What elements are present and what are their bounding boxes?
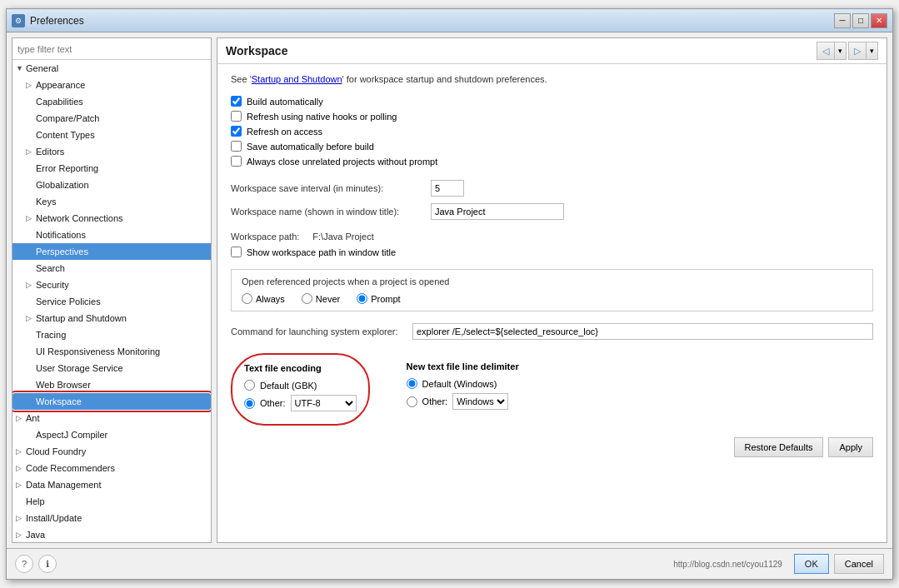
startup-shutdown-link[interactable]: Startup and Shutdown: [252, 74, 342, 84]
info-button[interactable]: ℹ: [38, 555, 57, 573]
tree-item-code-recommenders[interactable]: ▷ Code Recommenders: [12, 460, 211, 476]
checkbox-row-refresh-access[interactable]: Refresh on access: [231, 126, 873, 137]
help-icon: ?: [22, 559, 27, 569]
save-interval-input[interactable]: [431, 180, 464, 197]
tree-item-web-browser[interactable]: Web Browser: [12, 376, 211, 393]
toggle-user-storage: [26, 364, 36, 372]
refresh-native-label: Refresh using native hooks or polling: [247, 112, 397, 122]
delimiter-other-select[interactable]: Windows Unix Mac: [452, 393, 508, 410]
tree-container: ▼ General ▷ Appearance Capabilities Comp…: [12, 60, 211, 542]
radio-prompt-input[interactable]: [357, 293, 367, 304]
tree-item-ui-responsiveness[interactable]: UI Responsiveness Monitoring: [12, 343, 211, 360]
tree-item-java[interactable]: ▷ Java: [12, 526, 211, 542]
tree-item-startup[interactable]: ▷ Startup and Shutdown: [12, 310, 211, 326]
tree-item-notifications[interactable]: Notifications: [12, 227, 211, 243]
line-delimiter-box: New text file line delimiter Default (Wi…: [395, 353, 531, 422]
tree-item-error-reporting[interactable]: Error Reporting: [12, 160, 211, 177]
checkbox-row-refresh-native[interactable]: Refresh using native hooks or polling: [231, 111, 873, 122]
window-title: Preferences: [30, 15, 834, 27]
checkbox-row-save-auto[interactable]: Save automatically before build: [231, 141, 873, 152]
bottom-right: http://blog.csdn.net/cyou1129 OK Cancel: [673, 554, 884, 574]
delimiter-title: New text file line delimiter: [407, 361, 519, 371]
delimiter-other-row[interactable]: Other: Windows Unix Mac: [407, 393, 519, 410]
tree-item-tracing[interactable]: Tracing: [12, 326, 211, 343]
tree-item-service-policies[interactable]: Service Policies: [12, 293, 211, 310]
bottom-bar: ? ℹ http://blog.csdn.net/cyou1129 OK Can…: [7, 548, 892, 579]
filter-input[interactable]: [12, 38, 211, 60]
minimize-button[interactable]: ─: [834, 13, 851, 28]
save-interval-row: Workspace save interval (in minutes):: [231, 180, 873, 197]
open-referenced-section: Open referenced projects when a project …: [231, 269, 873, 311]
build-auto-checkbox[interactable]: [231, 96, 242, 107]
back-dropdown-icon[interactable]: ▾: [834, 42, 846, 59]
workspace-name-input[interactable]: [431, 203, 564, 220]
encoding-default-label: Default (GBK): [260, 381, 317, 391]
toggle-startup: ▷: [26, 314, 36, 322]
page-title: Workspace: [226, 44, 287, 57]
tree-item-appearance[interactable]: ▷ Appearance: [12, 77, 211, 93]
tree-item-general[interactable]: ▼ General: [12, 60, 211, 77]
label-ui: UI Responsiveness Monitoring: [36, 346, 160, 356]
encoding-default-radio[interactable]: [244, 380, 255, 391]
radio-prompt[interactable]: Prompt: [357, 293, 400, 304]
tree-item-content-types[interactable]: Content Types: [12, 127, 211, 143]
save-auto-checkbox[interactable]: [231, 141, 242, 152]
tree-item-perspectives[interactable]: Perspectives: [12, 243, 211, 260]
forward-dropdown-icon[interactable]: ▾: [866, 42, 877, 59]
encoding-other-row[interactable]: Other: UTF-8 UTF-16 ISO-8859-1: [244, 395, 357, 411]
tree-item-keys[interactable]: Keys: [12, 193, 211, 210]
forward-icon[interactable]: ▷: [849, 42, 866, 59]
toggle-content: [26, 131, 36, 139]
delimiter-default-row[interactable]: Default (Windows): [407, 378, 519, 389]
tree-item-ant[interactable]: ▷ Ant: [12, 410, 211, 426]
close-button[interactable]: ✕: [871, 13, 887, 28]
tree-item-security[interactable]: ▷ Security: [12, 277, 211, 293]
tree-item-capabilities[interactable]: Capabilities: [12, 93, 211, 110]
tree-item-workspace[interactable]: Workspace: [12, 393, 211, 410]
restore-button[interactable]: □: [852, 13, 869, 28]
delimiter-default-label: Default (Windows): [422, 379, 497, 389]
refresh-access-label: Refresh on access: [247, 127, 322, 137]
encoding-other-select[interactable]: UTF-8 UTF-16 ISO-8859-1: [291, 395, 357, 411]
forward-nav[interactable]: ▷ ▾: [848, 42, 878, 60]
close-unrelated-checkbox[interactable]: [231, 156, 242, 167]
toggle-aspectj: [26, 431, 36, 439]
tree-item-editors[interactable]: ▷ Editors: [12, 143, 211, 160]
tree-item-aspectj[interactable]: AspectJ Compiler: [12, 426, 211, 443]
ok-button[interactable]: OK: [794, 554, 829, 574]
show-path-label: Show workspace path in window title: [247, 247, 396, 257]
tree-item-help[interactable]: Help: [12, 493, 211, 510]
delimiter-other-radio[interactable]: [407, 396, 417, 407]
refresh-native-checkbox[interactable]: [231, 111, 242, 122]
show-path-row[interactable]: Show workspace path in window title: [231, 247, 873, 257]
help-button[interactable]: ?: [15, 555, 33, 573]
radio-always[interactable]: Always: [242, 293, 285, 304]
cancel-button[interactable]: Cancel: [834, 554, 884, 574]
right-header: Workspace ◁ ▾ ▷ ▾: [217, 38, 887, 64]
encoding-default-row[interactable]: Default (GBK): [244, 380, 357, 391]
checkbox-row-build-auto[interactable]: Build automatically: [231, 96, 873, 107]
tree-item-network[interactable]: ▷ Network Connections: [12, 210, 211, 227]
tree-item-search[interactable]: Search: [12, 260, 211, 277]
apply-button[interactable]: Apply: [828, 437, 873, 457]
radio-row-open: Always Never Prompt: [242, 293, 862, 304]
radio-never[interactable]: Never: [302, 293, 340, 304]
checkbox-row-close-unrelated[interactable]: Always close unrelated projects without …: [231, 156, 873, 167]
tree-item-install-update[interactable]: ▷ Install/Update: [12, 510, 211, 526]
refresh-access-checkbox[interactable]: [231, 126, 242, 137]
tree-item-user-storage[interactable]: User Storage Service: [12, 360, 211, 376]
radio-never-label: Never: [316, 294, 340, 304]
restore-defaults-button[interactable]: Restore Defaults: [734, 437, 824, 457]
explorer-cmd-input[interactable]: [412, 323, 873, 340]
tree-item-data-management[interactable]: ▷ Data Management: [12, 476, 211, 493]
delimiter-default-radio[interactable]: [407, 378, 417, 389]
tree-item-cloud-foundry[interactable]: ▷ Cloud Foundry: [12, 443, 211, 460]
tree-item-compare-patch[interactable]: Compare/Patch: [12, 110, 211, 127]
show-path-checkbox[interactable]: [231, 247, 242, 257]
radio-never-input[interactable]: [302, 293, 312, 304]
radio-always-input[interactable]: [242, 293, 252, 304]
tree-item-globalization[interactable]: Globalization: [12, 177, 211, 193]
encoding-other-radio[interactable]: [244, 398, 255, 409]
back-icon[interactable]: ◁: [817, 42, 834, 59]
back-nav[interactable]: ◁ ▾: [817, 42, 847, 60]
